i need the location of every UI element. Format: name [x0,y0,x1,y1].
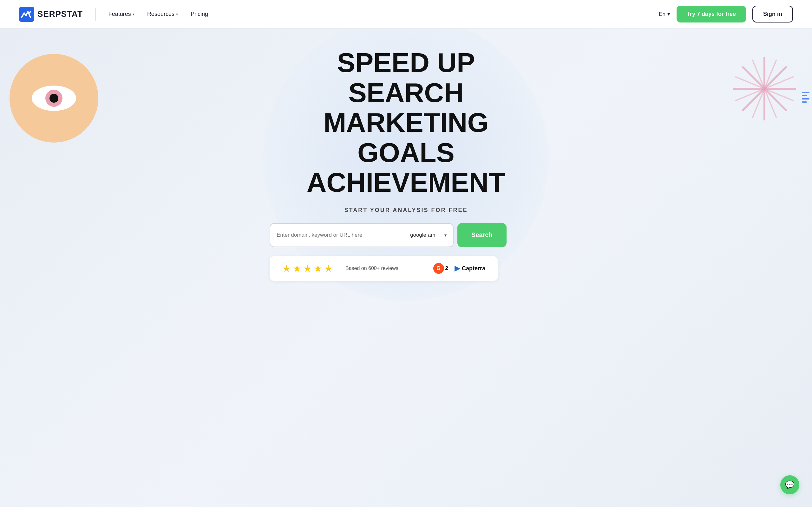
star-1: ★ [282,263,291,274]
search-input-wrapper: google.am google.com google.co.uk google… [270,223,454,247]
signin-button[interactable]: Sign in [752,6,793,22]
select-chevron-icon: ▾ [444,233,447,238]
chat-icon: 💬 [785,481,795,489]
star-2: ★ [293,263,301,274]
hero-subtitle: START YOUR ANALYSIS FOR FREE [270,207,542,214]
g2-label: 2 [445,265,448,272]
capterra-label: Capterra [462,265,485,272]
try-free-button[interactable]: Try 7 days for free [676,6,746,22]
star-5-half: ★ [324,263,333,274]
star-4: ★ [314,263,322,274]
blue-arrows-decoration [802,92,812,103]
country-select[interactable]: google.am google.com google.co.uk google… [410,232,443,238]
eye-decoration [9,54,98,143]
g2-logo: G 2 [433,263,448,274]
g2-icon: G [433,263,444,274]
chat-button[interactable]: 💬 [780,475,799,494]
navbar: SERPSTAT Features ▾ Resources ▾ Pricing … [0,0,812,29]
hero-title-line3: GOALS ACHIEVEMENT [270,137,542,198]
hero-title-line1: SPEED UP [270,48,542,78]
search-divider [406,229,406,241]
reviews-bar: ★ ★ ★ ★ ★ Based on 600+ reviews G 2 ▶ Ca… [270,256,498,281]
features-chevron-icon: ▾ [133,12,135,16]
hero-section: SPEED UP SEARCH MARKETING GOALS ACHIEVEM… [0,29,812,507]
starburst-decoration [729,54,799,124]
hero-content: SPEED UP SEARCH MARKETING GOALS ACHIEVEM… [270,48,542,281]
search-input[interactable] [276,232,402,238]
nav-resources[interactable]: Resources ▾ [147,11,178,17]
language-selector[interactable]: En ▾ [659,11,670,17]
star-3: ★ [303,263,312,274]
hero-title-line2: SEARCH MARKETING [270,78,542,137]
review-logos: G 2 ▶ Capterra [433,263,486,274]
search-container: google.am google.com google.co.uk google… [270,223,542,247]
serpstat-logo-icon [19,7,34,22]
lang-chevron-icon: ▾ [667,11,670,17]
brand-name: SERPSTAT [38,9,83,19]
capterra-icon: ▶ [455,264,460,273]
nav-features[interactable]: Features ▾ [108,11,135,17]
nav-right: En ▾ Try 7 days for free Sign in [659,6,793,22]
logo-link[interactable]: SERPSTAT [19,7,83,22]
search-button[interactable]: Search [457,223,507,247]
star-rating: ★ ★ ★ ★ ★ [282,263,333,274]
country-select-wrapper: google.am google.com google.co.uk google… [410,232,447,238]
reviews-text: Based on 600+ reviews [345,266,398,271]
nav-links: Features ▾ Resources ▾ Pricing [108,11,208,17]
hero-title: SPEED UP SEARCH MARKETING GOALS ACHIEVEM… [270,48,542,198]
nav-pricing[interactable]: Pricing [191,11,208,17]
capterra-logo: ▶ Capterra [455,264,485,273]
resources-chevron-icon: ▾ [176,12,178,16]
